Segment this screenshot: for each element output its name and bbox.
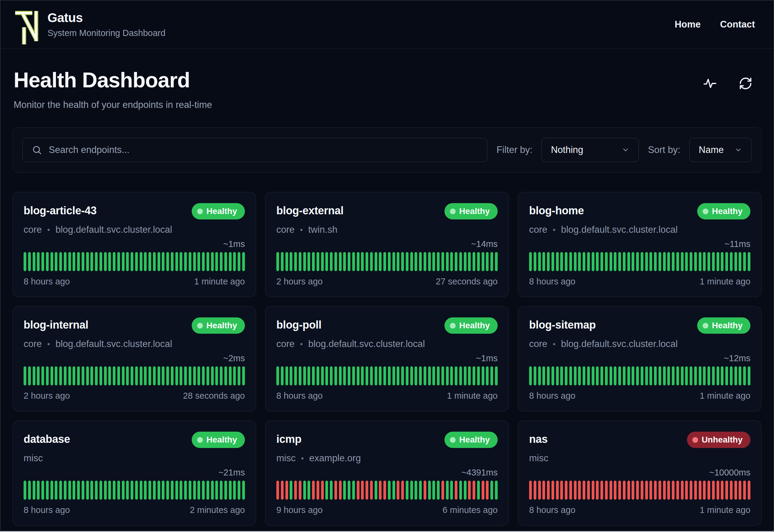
status-bar-down[interactable] (534, 481, 536, 500)
status-bar-up[interactable] (104, 481, 107, 500)
status-bar-up[interactable] (401, 252, 404, 271)
status-bar-up[interactable] (299, 366, 301, 385)
status-bar-up[interactable] (600, 252, 603, 271)
status-bar-up[interactable] (339, 252, 342, 271)
status-bar-down[interactable] (321, 481, 324, 500)
status-bar-up[interactable] (108, 481, 111, 500)
status-bar-up[interactable] (592, 252, 594, 271)
status-bar-up[interactable] (68, 366, 71, 385)
endpoint-card[interactable]: blog-home Healthy core • blog.default.sv… (518, 192, 762, 297)
status-bar-up[interactable] (317, 366, 319, 385)
status-bar-up[interactable] (529, 252, 532, 271)
status-bar-up[interactable] (330, 366, 333, 385)
status-bar-up[interactable] (446, 481, 449, 500)
status-bar-up[interactable] (343, 481, 346, 500)
status-bar-up[interactable] (41, 366, 44, 385)
status-bar-down[interactable] (734, 481, 737, 500)
status-bar-up[interactable] (397, 366, 399, 385)
status-bar-up[interactable] (663, 252, 666, 271)
status-bar-up[interactable] (441, 252, 444, 271)
status-bar-up[interactable] (211, 481, 214, 500)
status-bar-up[interactable] (184, 366, 187, 385)
status-bar-down[interactable] (538, 481, 541, 500)
status-bar-up[interactable] (730, 366, 733, 385)
status-bar-up[interactable] (605, 366, 608, 385)
status-bar-up[interactable] (220, 252, 223, 271)
status-bar-up[interactable] (207, 481, 209, 500)
status-bar-down[interactable] (299, 481, 301, 500)
status-bar-up[interactable] (419, 252, 422, 271)
status-bar-down[interactable] (383, 481, 386, 500)
status-bar-up[interactable] (538, 252, 541, 271)
status-bar-up[interactable] (623, 366, 626, 385)
status-bar-down[interactable] (676, 481, 679, 500)
status-bar-up[interactable] (334, 366, 337, 385)
status-bar-up[interactable] (189, 366, 191, 385)
status-bar-down[interactable] (486, 481, 489, 500)
status-bar-up[interactable] (495, 366, 498, 385)
status-bar-up[interactable] (140, 252, 142, 271)
status-bar-up[interactable] (636, 366, 639, 385)
status-bar-up[interactable] (486, 366, 489, 385)
status-bar-down[interactable] (703, 481, 706, 500)
status-bar-up[interactable] (113, 366, 115, 385)
status-bar-up[interactable] (734, 366, 737, 385)
status-bar-up[interactable] (86, 252, 89, 271)
status-bar-up[interactable] (370, 366, 373, 385)
status-bar-down[interactable] (565, 481, 567, 500)
status-bar-up[interactable] (574, 366, 577, 385)
status-bar-up[interactable] (632, 252, 634, 271)
status-bar-down[interactable] (614, 481, 616, 500)
status-bar-up[interactable] (375, 481, 377, 500)
status-bar-down[interactable] (455, 481, 457, 500)
status-bar-up[interactable] (370, 252, 373, 271)
status-bar-down[interactable] (654, 481, 657, 500)
status-bar-up[interactable] (86, 481, 89, 500)
status-bar-up[interactable] (99, 481, 102, 500)
status-bar-up[interactable] (614, 252, 616, 271)
status-bar-up[interactable] (690, 252, 692, 271)
status-bar-down[interactable] (397, 481, 399, 500)
status-bar-up[interactable] (330, 481, 333, 500)
status-bar-up[interactable] (379, 252, 382, 271)
status-bar-up[interactable] (135, 481, 138, 500)
status-bar-up[interactable] (276, 366, 279, 385)
status-bar-up[interactable] (596, 366, 599, 385)
status-bar-down[interactable] (707, 481, 710, 500)
status-bar-down[interactable] (441, 481, 444, 500)
status-bar-up[interactable] (171, 366, 174, 385)
status-bar-up[interactable] (645, 252, 648, 271)
status-bar-up[interactable] (73, 481, 75, 500)
status-bar-up[interactable] (464, 481, 467, 500)
status-bar-up[interactable] (468, 252, 471, 271)
status-bar-up[interactable] (122, 481, 125, 500)
status-bar-up[interactable] (46, 481, 49, 500)
status-bar-up[interactable] (556, 366, 559, 385)
status-bar-up[interactable] (468, 366, 471, 385)
status-bar-up[interactable] (197, 252, 200, 271)
status-bar-up[interactable] (317, 252, 319, 271)
status-bar-up[interactable] (432, 366, 435, 385)
status-bar-up[interactable] (59, 366, 62, 385)
status-bar-down[interactable] (672, 481, 675, 500)
status-bar-up[interactable] (632, 366, 634, 385)
status-bar-up[interactable] (312, 252, 315, 271)
status-bar-up[interactable] (189, 252, 191, 271)
endpoint-card[interactable]: icmp Healthy misc • example.org ~4391ms … (265, 420, 509, 526)
status-bar-down[interactable] (379, 481, 382, 500)
status-bar-up[interactable] (294, 252, 297, 271)
status-bar-down[interactable] (529, 481, 532, 500)
status-bar-up[interactable] (441, 366, 444, 385)
status-bar-up[interactable] (592, 366, 594, 385)
status-bar-up[interactable] (623, 252, 626, 271)
status-bar-up[interactable] (685, 252, 688, 271)
status-bar-up[interactable] (419, 481, 422, 500)
status-bar-up[interactable] (99, 366, 102, 385)
status-bar-up[interactable] (596, 252, 599, 271)
status-bar-up[interactable] (59, 252, 62, 271)
status-bar-down[interactable] (605, 481, 608, 500)
status-bar-up[interactable] (432, 481, 435, 500)
status-bar-up[interactable] (113, 252, 115, 271)
status-bar-up[interactable] (77, 366, 80, 385)
sort-select[interactable]: Name (689, 138, 752, 162)
